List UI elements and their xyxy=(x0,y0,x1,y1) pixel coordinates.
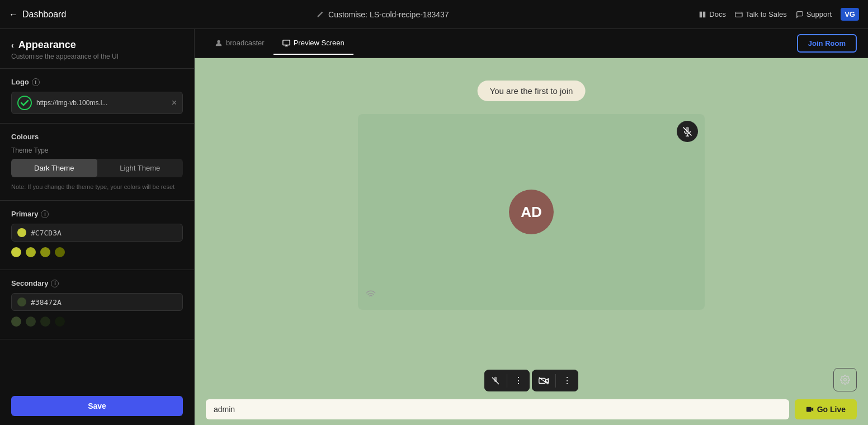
preview-area: You are the first to join AD xyxy=(195,58,868,425)
palette-dot-2[interactable] xyxy=(26,247,36,257)
theme-note: Note: If you change the theme type, your… xyxy=(11,183,183,191)
page-title: Customise: LS-cold-recipe-183437 xyxy=(328,10,449,19)
primary-color-dot xyxy=(17,228,26,237)
light-theme-button[interactable]: Light Theme xyxy=(97,159,183,177)
logo-section: Logo i https://img-vb.100ms.l... × xyxy=(0,69,194,124)
dark-theme-button[interactable]: Dark Theme xyxy=(11,159,97,177)
controls-bar: ⋮ ⋮ xyxy=(484,370,578,391)
logo-label: Logo i xyxy=(11,78,183,86)
svg-rect-0 xyxy=(735,12,742,17)
sec-palette-dot-2[interactable] xyxy=(26,317,36,327)
video-container: AD xyxy=(358,114,705,310)
svg-point-1 xyxy=(18,96,31,110)
palette-dot-3[interactable] xyxy=(40,247,50,257)
screen-icon xyxy=(282,39,290,47)
palette-dot-1[interactable] xyxy=(11,247,21,257)
secondary-info-icon[interactable]: i xyxy=(51,280,59,287)
sidebar-title-area: ‹ Appearance xyxy=(11,39,183,51)
svg-rect-3 xyxy=(283,40,290,45)
support-label: Support xyxy=(806,10,832,18)
content-area: broadcaster Preview Screen Join Room You… xyxy=(195,29,868,425)
main-layout: ‹ Appearance Customise the appearance of… xyxy=(0,29,868,425)
mic-mute-icon xyxy=(682,126,692,136)
sec-palette-dot-4[interactable] xyxy=(55,317,65,327)
secondary-color-dot xyxy=(17,298,26,306)
svg-rect-6 xyxy=(539,378,545,383)
talk-to-sales-label: Talk to Sales xyxy=(746,10,787,18)
theme-toggle: Dark Theme Light Theme xyxy=(11,159,183,177)
svg-point-8 xyxy=(844,379,847,381)
sec-palette-dot-1[interactable] xyxy=(11,317,21,327)
sales-icon xyxy=(735,11,743,18)
mic-control-group: ⋮ xyxy=(484,370,530,391)
top-navigation: ← Dashboard Customise: LS-cold-recipe-18… xyxy=(0,0,868,29)
logo-clear-button[interactable]: × xyxy=(172,98,177,108)
admin-name-input[interactable] xyxy=(206,399,789,419)
logo-url-value: https://img-vb.100ms.l... xyxy=(36,99,167,107)
svg-point-2 xyxy=(217,40,220,42)
sidebar-title-text: Appearance xyxy=(18,39,76,51)
content-tabs: broadcaster Preview Screen xyxy=(206,32,353,55)
secondary-color-field[interactable]: #38472A xyxy=(11,293,183,311)
logo-input-row: https://img-vb.100ms.l... × xyxy=(11,92,183,114)
primary-info-icon[interactable]: i xyxy=(41,210,49,218)
save-button[interactable]: Save xyxy=(11,396,183,416)
sidebar-back-icon[interactable]: ‹ xyxy=(11,41,14,50)
primary-label: Primary i xyxy=(11,210,183,218)
preview-screen-tab[interactable]: Preview Screen xyxy=(273,32,353,55)
primary-color-field[interactable]: #C7CD3A xyxy=(11,224,183,242)
wifi-icon xyxy=(366,290,376,302)
primary-color-value: #C7CD3A xyxy=(31,229,62,237)
secondary-section: Secondary i #38472A xyxy=(0,270,194,339)
person-icon xyxy=(215,39,223,47)
camera-off-button[interactable] xyxy=(532,371,555,390)
logo-check-icon xyxy=(17,96,32,110)
secondary-color-value: #38472A xyxy=(31,298,62,306)
back-icon: ← xyxy=(9,10,18,20)
support-link[interactable]: Support xyxy=(796,10,832,18)
go-live-button[interactable]: Go Live xyxy=(795,399,857,419)
go-live-icon xyxy=(806,405,814,413)
bottom-bar: Go Live xyxy=(195,399,868,419)
mic-more-button[interactable]: ⋮ xyxy=(507,370,530,391)
join-room-button[interactable]: Join Room xyxy=(797,34,857,53)
content-header: broadcaster Preview Screen Join Room xyxy=(195,29,868,58)
user-avatar[interactable]: VG xyxy=(841,8,859,21)
theme-type-label: Theme Type xyxy=(11,147,183,154)
save-section: Save xyxy=(0,387,194,425)
sec-palette-dot-3[interactable] xyxy=(40,317,50,327)
secondary-label: Secondary i xyxy=(11,279,183,287)
gear-icon xyxy=(840,375,850,385)
mute-badge xyxy=(677,121,698,142)
join-message-bubble: You are the first to join xyxy=(478,81,586,101)
user-avatar-circle: AD xyxy=(509,190,554,234)
primary-palette xyxy=(11,246,183,261)
camera-control-group: ⋮ xyxy=(532,370,578,391)
support-icon xyxy=(796,11,804,18)
sidebar-subtitle: Customise the appearance of the UI xyxy=(11,53,183,60)
pencil-icon xyxy=(316,11,324,18)
dashboard-label: Dashboard xyxy=(22,10,66,20)
svg-rect-9 xyxy=(806,407,812,412)
primary-section: Primary i #C7CD3A xyxy=(0,201,194,270)
page-title-area: Customise: LS-cold-recipe-183437 xyxy=(316,10,449,19)
broadcaster-tab[interactable]: broadcaster xyxy=(206,32,273,55)
sidebar: ‹ Appearance Customise the appearance of… xyxy=(0,29,195,425)
talk-to-sales-link[interactable]: Talk to Sales xyxy=(735,10,787,18)
colours-label: Colours xyxy=(11,133,183,141)
camera-more-button[interactable]: ⋮ xyxy=(556,370,578,391)
nav-actions: Docs Talk to Sales Support VG xyxy=(699,8,859,21)
mic-mute-button[interactable] xyxy=(484,371,507,391)
colours-section: Colours Theme Type Dark Theme Light Them… xyxy=(0,124,194,201)
settings-button[interactable] xyxy=(833,368,857,391)
dashboard-link[interactable]: ← Dashboard xyxy=(9,10,66,20)
logo-info-icon[interactable]: i xyxy=(32,78,40,86)
secondary-palette xyxy=(11,315,183,330)
book-icon xyxy=(699,11,706,18)
docs-label: Docs xyxy=(709,10,726,18)
sidebar-header: ‹ Appearance Customise the appearance of… xyxy=(0,29,194,69)
palette-dot-4[interactable] xyxy=(55,247,65,257)
docs-link[interactable]: Docs xyxy=(699,10,726,18)
